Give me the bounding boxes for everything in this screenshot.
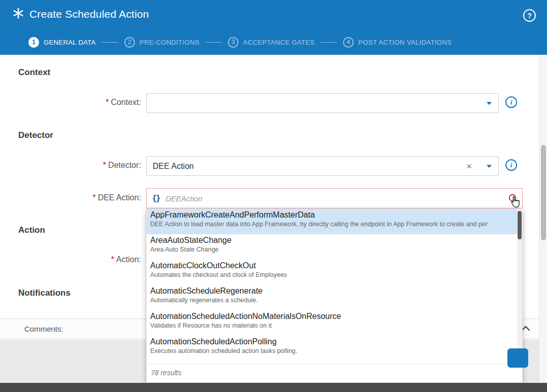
dropdown-item[interactable]: AutomaticScheduleRegenerate Automaticall… xyxy=(147,285,522,310)
step-pre-conditions[interactable]: 2 PRE-CONDITIONS xyxy=(124,37,199,48)
dee-action-field-label: *DEE Action: xyxy=(0,193,141,202)
dropdown-footer: 78 results xyxy=(147,364,522,382)
required-marker: * xyxy=(106,98,109,106)
section-heading-action: Action xyxy=(18,225,45,235)
detector-combobox[interactable]: DEE Action × xyxy=(146,156,499,176)
required-marker: * xyxy=(92,193,95,202)
dee-action-lookup-field[interactable]: {} xyxy=(146,188,523,208)
section-heading-notifications: Notifications xyxy=(18,288,71,298)
section-heading-context: Context xyxy=(18,67,50,78)
info-icon[interactable]: i xyxy=(505,159,517,171)
chevron-down-icon[interactable] xyxy=(487,102,492,105)
create-scheduled-action-window: Create Scheduled Action ? 1 GENERAL DATA… xyxy=(0,0,547,392)
dropdown-item-title: AutomaticScheduleRegenerate xyxy=(150,287,515,296)
dropdown-item-title: AutomaticClockOutCheckOut xyxy=(150,261,515,270)
page-title: Create Scheduled Action xyxy=(29,8,149,20)
dropdown-item-description: Validates if Resource has no materials o… xyxy=(150,322,515,329)
dropdown-scrollbar-thumb[interactable] xyxy=(518,211,522,239)
context-combobox[interactable] xyxy=(146,93,499,113)
dropdown-item-description: Automatically regenerates a schedule. xyxy=(150,297,515,304)
detector-field-label: *Detector: xyxy=(0,161,141,170)
dropdown-item[interactable]: AutomationScheduledActionPolling Execute… xyxy=(147,336,522,361)
dropdown-item[interactable]: AreaAutoStateChange Area Auto State Chan… xyxy=(147,234,522,260)
dropdown-item-title: AutomationScheduledActionNoMaterialsOnRe… xyxy=(150,312,515,321)
search-icon[interactable] xyxy=(508,193,519,204)
clear-icon[interactable]: × xyxy=(466,161,472,172)
wizard-action-button[interactable] xyxy=(507,348,528,368)
action-field-label: *Action: xyxy=(0,255,141,264)
step-general-data[interactable]: 1 GENERAL DATA xyxy=(28,37,96,48)
context-field-label: *Context: xyxy=(0,98,141,107)
step-label: PRE-CONDITIONS xyxy=(140,39,199,46)
dropdown-item-description: DEE Action to load master data into App … xyxy=(150,221,515,228)
dropdown-item[interactable]: AutomationScheduledActionNoMaterialsOnRe… xyxy=(147,310,522,336)
results-count: 78 results xyxy=(151,369,182,377)
dropdown-item-description: Area Auto State Change xyxy=(150,246,515,253)
info-icon[interactable]: i xyxy=(505,96,517,108)
dropdown-item-description: Executes automation scheduled action tas… xyxy=(150,347,515,354)
dropdown-item[interactable]: AutomaticClockOutCheckOut Automates the … xyxy=(147,260,522,285)
detector-selected-value: DEE Action xyxy=(153,162,194,171)
window-background-strip xyxy=(0,383,547,392)
title-row: Create Scheduled Action xyxy=(12,7,149,21)
dee-action-input[interactable] xyxy=(165,194,522,203)
step-number: 4 xyxy=(343,37,354,48)
dropdown-item-title: AppFrameworkCreateAndPerformMasterData xyxy=(150,210,515,220)
dropdown-item-description: Automates the checkout and clock of Empl… xyxy=(150,271,515,278)
dropdown-item-title: AutomationScheduledActionPolling xyxy=(150,337,515,346)
chevron-down-icon[interactable] xyxy=(487,165,492,168)
step-separator xyxy=(102,42,118,43)
required-marker: * xyxy=(111,255,114,264)
step-number: 2 xyxy=(124,37,135,48)
step-number: 3 xyxy=(228,37,238,48)
step-number: 1 xyxy=(28,37,39,48)
dropdown-scrollbar[interactable] xyxy=(517,209,522,361)
step-post-action-validations[interactable]: 4 POST ACTION VALIDATIONS xyxy=(343,37,452,48)
section-heading-detector: Detector xyxy=(18,130,53,140)
page-scrollbar[interactable] xyxy=(539,55,547,383)
chevron-up-icon[interactable] xyxy=(522,326,530,335)
wizard-steps: 1 GENERAL DATA 2 PRE-CONDITIONS 3 ACCEPT… xyxy=(28,35,452,49)
step-label: POST ACTION VALIDATIONS xyxy=(358,39,452,46)
dropdown-item[interactable]: AppFrameworkCreateAndPerformMasterData D… xyxy=(147,209,522,234)
step-separator xyxy=(321,42,337,43)
step-label: GENERAL DATA xyxy=(44,39,96,46)
step-separator xyxy=(206,42,222,43)
comments-label: Comments: xyxy=(24,325,63,333)
page-scrollbar-thumb[interactable] xyxy=(541,145,546,240)
required-marker: * xyxy=(103,161,106,169)
braces-icon: {} xyxy=(153,193,160,203)
help-icon[interactable]: ? xyxy=(523,9,536,22)
asterisk-icon xyxy=(12,7,24,21)
wizard-header: Create Scheduled Action ? 1 GENERAL DATA… xyxy=(0,0,547,55)
step-acceptance-gates[interactable]: 3 ACCEPTANCE GATES xyxy=(228,37,315,48)
dee-action-results-dropdown: AppFrameworkCreateAndPerformMasterData D… xyxy=(146,208,523,383)
dropdown-item-title: AreaAutoStateChange xyxy=(150,236,515,245)
step-label: ACCEPTANCE GATES xyxy=(243,39,315,46)
